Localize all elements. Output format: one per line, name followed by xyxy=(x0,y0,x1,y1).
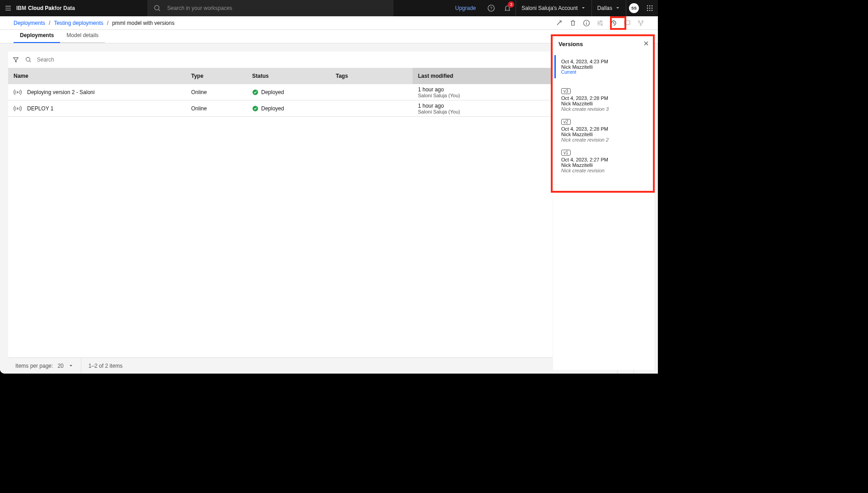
region-name: Dallas xyxy=(597,5,612,11)
row-name: DEPLOY 1 xyxy=(27,105,53,112)
svg-point-29 xyxy=(17,108,19,109)
chevron-down-icon xyxy=(581,5,586,11)
th-status[interactable]: Status xyxy=(252,73,336,79)
info-icon[interactable] xyxy=(583,19,590,27)
row-name: Deploying version 2 - Saloni xyxy=(27,89,94,95)
version-item[interactable]: v1 Oct 4, 2023, 2:27 PM Nick Mazzitelli … xyxy=(553,146,654,177)
filter-button[interactable] xyxy=(8,52,23,68)
search-input[interactable] xyxy=(35,57,564,63)
items-per-page-label: Items per page: xyxy=(15,363,53,369)
svg-point-8 xyxy=(649,8,651,9)
delete-icon[interactable] xyxy=(569,19,577,27)
notification-badge: 3 xyxy=(508,1,514,8)
version-tag: v2 xyxy=(561,119,571,125)
svg-point-11 xyxy=(649,10,651,11)
online-deployment-icon xyxy=(14,88,22,96)
crumb-testing[interactable]: Testing deployments xyxy=(54,20,103,26)
version-tag: v3 xyxy=(561,88,571,94)
crumb-current: pmml model with versions xyxy=(112,20,174,26)
svg-point-22 xyxy=(26,57,30,62)
pagination-range: 1–2 of 2 items xyxy=(81,363,130,369)
chevron-down-icon xyxy=(68,363,74,369)
search-icon xyxy=(25,57,32,63)
svg-point-10 xyxy=(647,10,648,11)
online-deployment-icon xyxy=(14,104,22,113)
svg-point-6 xyxy=(652,5,653,7)
svg-point-4 xyxy=(647,5,648,7)
hamburger-menu[interactable] xyxy=(0,0,16,16)
row-type: Online xyxy=(191,105,252,112)
items-per-page-select[interactable]: 20 xyxy=(57,363,73,369)
chevron-down-icon xyxy=(615,5,620,11)
row-modified-by: Saloni Saluja (You) xyxy=(418,109,460,114)
history-icon[interactable] xyxy=(610,19,617,27)
region-dropdown[interactable]: Dallas xyxy=(592,5,626,11)
svg-point-0 xyxy=(155,5,159,10)
svg-point-24 xyxy=(17,91,19,93)
svg-point-5 xyxy=(649,5,651,7)
version-item[interactable]: v3 Oct 4, 2023, 2:28 PM Nick Mazzitelli … xyxy=(553,85,654,115)
tab-deployments[interactable]: Deployments xyxy=(14,28,60,43)
svg-point-14 xyxy=(586,21,587,22)
row-modified-by: Saloni Saluja (You) xyxy=(418,93,460,98)
breadcrumb: Deployments / Testing deployments / pmml… xyxy=(14,20,174,26)
global-search-placeholder: Search in your workspaces xyxy=(167,5,232,11)
settings-icon[interactable] xyxy=(596,19,604,27)
row-type: Online xyxy=(191,89,252,95)
account-name: Saloni Saluja's Account xyxy=(521,5,577,11)
version-item-current[interactable]: Oct 4, 2023, 4:23 PM Nick Mazzitelli Cur… xyxy=(554,55,652,78)
row-status: Deployed xyxy=(252,105,336,112)
help-icon[interactable]: ? xyxy=(483,0,499,16)
row-modified: 1 hour ago xyxy=(418,103,444,109)
comments-icon[interactable] xyxy=(624,19,631,27)
version-tag: v1 xyxy=(561,150,571,156)
row-modified: 1 hour ago xyxy=(418,86,444,93)
upgrade-link[interactable]: Upgrade xyxy=(448,0,483,16)
versions-panel: Versions Oct 4, 2023, 4:23 PM Nick Mazzi… xyxy=(553,35,654,370)
svg-point-12 xyxy=(652,10,653,11)
th-type[interactable]: Type xyxy=(191,73,252,79)
search-icon xyxy=(154,5,161,12)
avatar[interactable]: SS xyxy=(629,3,639,13)
svg-point-9 xyxy=(652,8,653,9)
promote-icon[interactable] xyxy=(556,19,563,27)
global-search[interactable]: Search in your workspaces xyxy=(147,0,394,16)
success-icon xyxy=(252,105,258,112)
svg-line-1 xyxy=(159,9,160,11)
lineage-icon[interactable] xyxy=(637,19,644,27)
app-switcher-icon[interactable] xyxy=(642,0,658,16)
svg-line-23 xyxy=(29,61,31,62)
version-item[interactable]: v2 Oct 4, 2023, 2:28 PM Nick Mazzitelli … xyxy=(553,115,654,146)
close-versions-button[interactable] xyxy=(643,40,649,48)
svg-text:?: ? xyxy=(490,6,493,10)
table-search[interactable] xyxy=(23,52,564,68)
account-dropdown[interactable]: Saloni Saluja's Account xyxy=(516,5,591,11)
th-tags[interactable]: Tags xyxy=(336,73,413,79)
crumb-deployments[interactable]: Deployments xyxy=(14,20,45,26)
row-status: Deployed xyxy=(252,89,336,95)
versions-title: Versions xyxy=(558,41,583,47)
brand: IBM Cloud Pak for Data xyxy=(16,5,75,11)
notifications-icon[interactable]: 3 xyxy=(499,0,516,16)
svg-point-7 xyxy=(647,8,648,9)
th-name[interactable]: Name xyxy=(8,73,191,79)
tab-model-details[interactable]: Model details xyxy=(60,28,105,43)
current-badge: Current xyxy=(561,70,645,75)
success-icon xyxy=(252,89,258,95)
